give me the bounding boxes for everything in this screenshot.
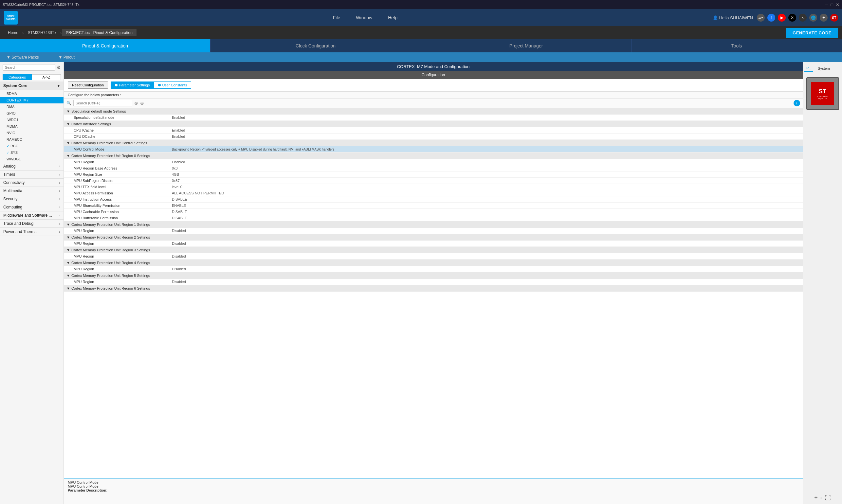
group-mpu-region3-header[interactable]: ▼ Cortex Memory Protection Unit Region 3… (64, 247, 803, 253)
config-header: Configuration (64, 71, 803, 79)
group-speculation-header[interactable]: ▼ Speculation default mode Settings (64, 108, 803, 114)
sidebar-section-analog[interactable]: Analog › (0, 162, 64, 170)
group-mpu-region2-header[interactable]: ▼ Cortex Memory Protection Unit Region 2… (64, 234, 803, 240)
reset-config-button[interactable]: Reset Configuration (68, 82, 108, 89)
sys-check-icon: ✓ (6, 151, 9, 155)
sidebar-section-computing[interactable]: Computing › (0, 203, 64, 212)
group-mpu-region4-header[interactable]: ▼ Cortex Memory Protection Unit Region 4… (64, 259, 803, 266)
github-icon[interactable]: ⌥ (799, 14, 807, 22)
far-right-tab-pinout[interactable]: P... (804, 65, 813, 72)
filter-categories-button[interactable]: Categories (3, 74, 32, 80)
menu-help[interactable]: Help (388, 15, 397, 20)
generate-code-button[interactable]: GENERATE CODE (786, 28, 838, 38)
breadcrumb-bar: Home › STM32H743IITx › PROJECT.ioc - Pin… (0, 26, 842, 39)
sidebar-settings-icon[interactable]: ⚙ (57, 65, 61, 70)
filter-icon[interactable]: ⊕ (140, 101, 144, 106)
sidebar-search-input[interactable] (3, 64, 55, 71)
group-cortex-interface-header[interactable]: ▼ Cortex Interface Settings (64, 121, 803, 127)
far-right-panel: P... System ST STM32H743LQFP176 + - ⛶ (803, 62, 842, 504)
sidebar-item-gpio[interactable]: GPIO (0, 110, 64, 116)
chip-model-text: STM32H743LQFP176 (817, 95, 828, 100)
star-icon[interactable]: ✦ (820, 14, 828, 22)
param-row-mpu-size: MPU Region Size 4GB (64, 172, 803, 178)
zoom-out-button[interactable]: - (820, 494, 822, 501)
sidebar-section-multimedia[interactable]: Multimedia › (0, 187, 64, 195)
minimize-button[interactable]: ─ (825, 2, 828, 7)
group-mpu-region1-chevron-icon: ▼ (67, 222, 70, 227)
trace-debug-chevron-icon: › (59, 222, 60, 226)
sidebar-section-power-thermal[interactable]: Power and Thermal › (0, 228, 64, 236)
sidebar-filter: Categories A->Z (0, 73, 64, 82)
sidebar-item-iwdg1[interactable]: IWDG1 (0, 116, 64, 123)
twitter-icon[interactable]: ✕ (788, 14, 796, 22)
filter-az-button[interactable]: A->Z (32, 74, 61, 80)
sidebar-item-bdma[interactable]: BDMA (0, 90, 64, 97)
params-search-input[interactable] (73, 100, 132, 106)
group-mpu-region1-header[interactable]: ▼ Cortex Memory Protection Unit Region 1… (64, 221, 803, 228)
tab-pinout-config[interactable]: Pinout & Configuration (0, 39, 211, 52)
group-mpu-region5-header[interactable]: ▼ Cortex Memory Protection Unit Region 5… (64, 272, 803, 279)
bottom-info-line3: Parameter Description: (68, 488, 799, 492)
menu-items: File Window Help (31, 15, 700, 20)
group-mpu-control-header[interactable]: ▼ Cortex Memory Protection Unit Control … (64, 140, 803, 146)
youtube-icon[interactable]: ▶ (778, 14, 786, 22)
chip-inner: ST STM32H743LQFP176 (811, 82, 834, 105)
tab-user-constants[interactable]: User Constants (154, 82, 191, 89)
sidebar-section-header-system-core[interactable]: System Core ▼ (0, 82, 64, 90)
sidebar-item-wwdg1[interactable]: WWDG1 (0, 156, 64, 162)
param-row-cpu-icache: CPU ICache Enabled (64, 127, 803, 133)
tab-clock-config[interactable]: Clock Configuration (211, 39, 421, 52)
tab-project-manager[interactable]: Project Manager (421, 39, 631, 52)
params-search-bar: 🔍 ⊗ ⊕ i (64, 98, 803, 108)
group-speculation-chevron-icon: ▼ (67, 109, 70, 113)
breadcrumb-device[interactable]: STM32H743IITx (24, 29, 60, 36)
subtab-software-packs[interactable]: ▼ Software Packs (6, 55, 39, 59)
menu-window[interactable]: Window (356, 15, 372, 20)
zoom-in-button[interactable]: + (814, 494, 818, 501)
group-mpu-region0-chevron-icon: ▼ (67, 154, 70, 158)
subtab-pinout[interactable]: ▼ Pinout (59, 55, 75, 59)
tab-parameter-settings[interactable]: Parameter Settings (111, 82, 154, 89)
sidebar-item-dma[interactable]: DMA (0, 104, 64, 110)
group-mpu-region0-header[interactable]: ▼ Cortex Memory Protection Unit Region 0… (64, 152, 803, 159)
bottom-info-line2: MPU Control Mode (68, 484, 799, 488)
param-row-mpu-control-mode: MPU Control Mode Background Region Privi… (64, 146, 803, 152)
sidebar-item-nvic[interactable]: NVIC (0, 130, 64, 136)
st-logo-icon[interactable]: ST (830, 14, 838, 22)
sidebar-item-cortex-m7[interactable]: CORTEX_M7 (0, 97, 64, 104)
breadcrumb-current[interactable]: PROJECT.ioc - Pinout & Configuration (62, 29, 137, 36)
group-mpu-region6-chevron-icon: ▼ (67, 286, 70, 290)
facebook-icon[interactable]: f (767, 14, 775, 22)
sidebar-section-middleware[interactable]: Middleware and Software ... › (0, 212, 64, 220)
tab-tools[interactable]: Tools (631, 39, 842, 52)
maximize-button[interactable]: □ (830, 2, 833, 7)
sidebar-section-trace-debug[interactable]: Trace and Debug › (0, 220, 64, 228)
sidebar-section-timers[interactable]: Timers › (0, 170, 64, 179)
clear-search-icon[interactable]: ⊗ (134, 101, 138, 106)
param-row-mpu-tex: MPU TEX field level level 0 (64, 184, 803, 190)
breadcrumb-home[interactable]: Home (4, 29, 22, 36)
zoom-controls: + - ⛶ (814, 494, 831, 501)
param-row-mpu-bufferable: MPU Bufferable Permission DISABLE (64, 215, 803, 221)
globe-icon[interactable]: 🌐 (809, 14, 817, 22)
info-button[interactable]: i (793, 100, 800, 106)
menu-right: 👤 Hello SHUAIWEN 10+ f ▶ ✕ ⌥ 🌐 ✦ ST (713, 14, 838, 22)
sidebar-item-ramecc[interactable]: RAMECC (0, 136, 64, 143)
sidebar-item-rcc[interactable]: ✓ RCC (0, 143, 64, 149)
sidebar-section-security[interactable]: Security › (0, 195, 64, 203)
group-mpu-region6-header[interactable]: ▼ Cortex Memory Protection Unit Region 6… (64, 285, 803, 292)
menu-file[interactable]: File (333, 15, 340, 20)
param-row-mpu-instruction: MPU Instruction Access DISABLE (64, 196, 803, 202)
version-badge: 10+ (757, 14, 765, 22)
param-settings-dot-icon (115, 84, 118, 86)
logo-area: STM32 CubeMX (4, 11, 18, 24)
param-row-mpu-subregion: MPU SubRegion Disable 0x87 (64, 178, 803, 184)
close-button[interactable]: ✕ (836, 2, 839, 7)
sidebar-item-sys[interactable]: ✓ SYS (0, 149, 64, 156)
user-constants-dot-icon (158, 84, 161, 86)
sidebar-section-connectivity[interactable]: Connectivity › (0, 179, 64, 187)
config-toolbar: Reset Configuration Parameter Settings U… (64, 79, 803, 92)
sidebar-item-mdma[interactable]: MDMA (0, 123, 64, 130)
expand-button[interactable]: ⛶ (825, 494, 831, 501)
far-right-tab-system[interactable]: System (816, 65, 832, 72)
